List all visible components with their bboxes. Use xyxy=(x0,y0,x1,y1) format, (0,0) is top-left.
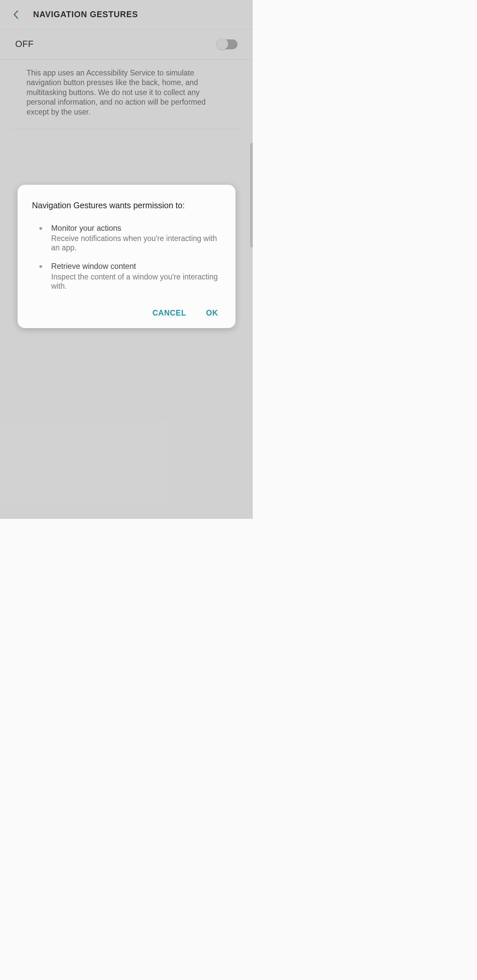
permission-title: Retrieve window content xyxy=(51,262,221,271)
bullet-icon xyxy=(40,227,42,230)
dialog-title: Navigation Gestures wants permission to: xyxy=(32,200,221,210)
permission-list: Monitor your actions Receive notificatio… xyxy=(32,223,221,291)
dialog-actions: CANCEL OK xyxy=(32,306,221,320)
permission-dialog: Navigation Gestures wants permission to:… xyxy=(18,185,236,328)
dialog-backdrop: Navigation Gestures wants permission to:… xyxy=(0,0,253,519)
bullet-icon xyxy=(40,265,42,268)
permission-content: Retrieve window content Inspect the cont… xyxy=(51,262,221,290)
permission-item: Monitor your actions Receive notificatio… xyxy=(40,223,221,252)
ok-button[interactable]: OK xyxy=(205,306,220,320)
permission-title: Monitor your actions xyxy=(51,223,221,233)
permission-description: Receive notifications when you're intera… xyxy=(51,234,221,252)
permission-description: Inspect the content of a window you're i… xyxy=(51,272,221,291)
cancel-button[interactable]: CANCEL xyxy=(151,306,187,320)
permission-content: Monitor your actions Receive notificatio… xyxy=(51,223,221,252)
permission-item: Retrieve window content Inspect the cont… xyxy=(40,262,221,290)
